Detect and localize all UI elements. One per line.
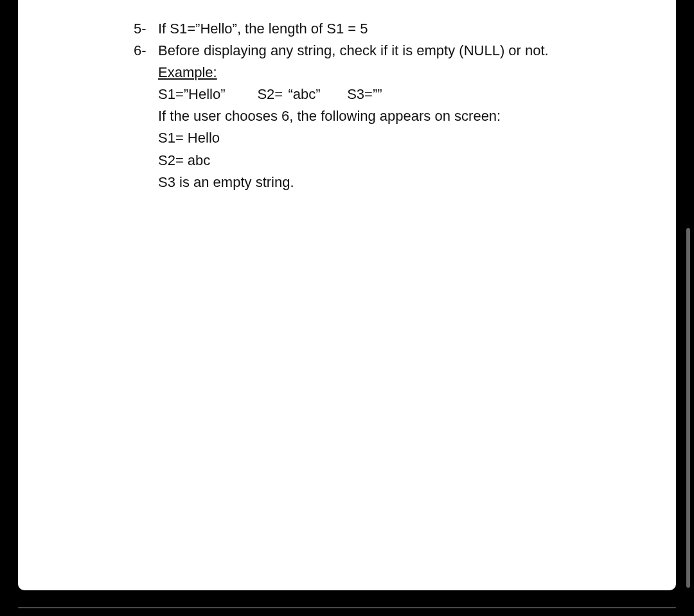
var-s3: S3=””	[347, 86, 382, 102]
example-label: Example:	[158, 62, 637, 84]
document-page: 5- If S1=”Hello”, the length of S1 = 5 6…	[18, 0, 676, 590]
list-item-body: Before displaying any string, check if i…	[158, 40, 637, 193]
document-content: 5- If S1=”Hello”, the length of S1 = 5 6…	[134, 18, 637, 193]
output-s1: S1= Hello	[158, 127, 637, 149]
list-marker: 5-	[134, 18, 158, 40]
vertical-scrollbar[interactable]	[685, 0, 690, 591]
choose-line: If the user chooses 6, the following app…	[158, 105, 637, 127]
vertical-scroll-thumb[interactable]	[686, 228, 690, 588]
horizontal-scrollbar[interactable]	[18, 607, 676, 608]
list-marker: 6-	[134, 40, 158, 193]
list-item-5: 5- If S1=”Hello”, the length of S1 = 5	[134, 18, 637, 40]
var-s1: S1=”Hello”	[158, 86, 226, 102]
list-item-6: 6- Before displaying any string, check i…	[134, 40, 637, 193]
item-5-text: If S1=”Hello”, the length of S1 = 5	[158, 21, 368, 37]
item-6-lead: Before displaying any string, check if i…	[158, 40, 637, 62]
output-s2: S2= abc	[158, 150, 637, 172]
output-s3: S3 is an empty string.	[158, 172, 637, 193]
vars-line: S1=”Hello” S2= “abc” S3=””	[158, 84, 637, 105]
list-item-body: If S1=”Hello”, the length of S1 = 5	[158, 18, 637, 40]
var-s2: S2= “abc”	[257, 86, 320, 102]
